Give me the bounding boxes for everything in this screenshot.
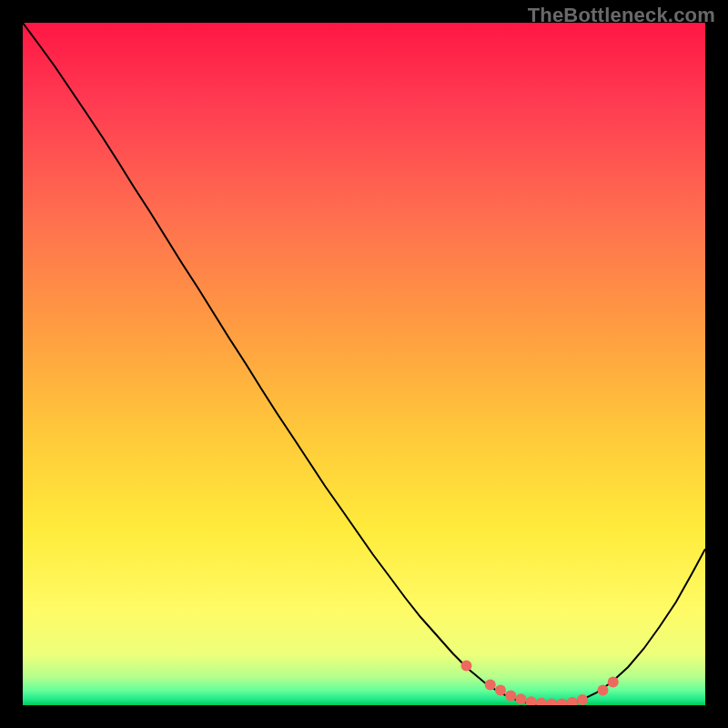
marker-dot (526, 696, 537, 705)
marker-dot (495, 685, 506, 696)
marker-dot (485, 680, 496, 691)
plot-area (23, 23, 705, 705)
marker-dot (516, 693, 527, 704)
chart-overlay (23, 23, 705, 705)
marker-dot (577, 694, 588, 705)
marker-dot (567, 697, 578, 705)
curve-line (23, 23, 705, 705)
marker-dot (608, 677, 619, 688)
marker-dot (536, 698, 547, 705)
marker-dot (546, 699, 557, 706)
marker-dot (461, 661, 472, 672)
marker-dot (505, 691, 516, 702)
marker-dot (557, 699, 568, 706)
chart-root: TheBottleneck.com (0, 0, 728, 728)
marker-dot (598, 685, 609, 696)
